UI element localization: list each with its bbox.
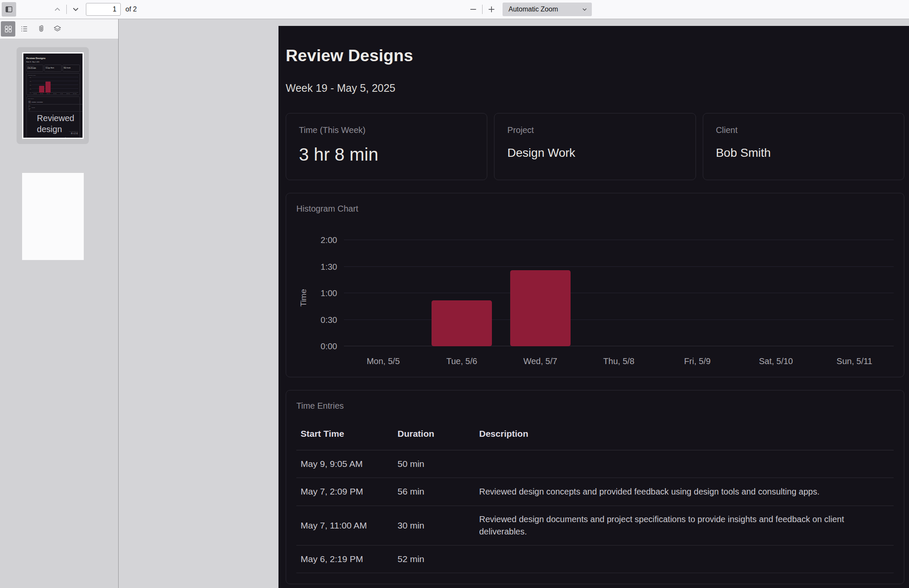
zoom-in-button[interactable] <box>484 2 499 17</box>
x-tick-label: Mon, 5/5 <box>344 356 423 366</box>
page-count-label: of 2 <box>125 6 137 13</box>
chevron-up-icon <box>53 5 62 14</box>
x-tick-label: Thu, 5/8 <box>51 93 58 94</box>
zoom-out-button[interactable] <box>466 2 480 17</box>
minus-icon <box>469 5 477 14</box>
x-tick-label: Sun, 5/11 <box>815 356 894 366</box>
table-body: May 9, 9:05 AM50 minMay 7, 2:09 PM56 min… <box>296 450 894 573</box>
start-time-cell: May 7, 2:09 PM <box>28 112 31 139</box>
rize-logo-text: RIZE <box>69 132 79 135</box>
chart-slot <box>423 240 501 346</box>
attachments-view-button[interactable] <box>34 21 48 37</box>
table-row: May 9, 9:05 AM50 min <box>296 450 894 478</box>
chart-slot <box>32 77 39 93</box>
y-tick-label: 0:00 <box>30 92 31 93</box>
time-entries-table: Start TimeDurationDescription May 9, 9:0… <box>296 427 894 573</box>
histogram-chart: Time 0:000:301:001:302:00 Mon, 5/5Tue, 5… <box>296 240 894 366</box>
table-row: May 7, 2:09 PM56 minReviewed design conc… <box>296 478 894 506</box>
sidebar-icon <box>5 5 13 14</box>
chart-bar <box>39 86 44 93</box>
toolbar-divider <box>66 5 67 14</box>
chart-slot <box>38 77 45 93</box>
y-tick-label: 0:30 <box>321 315 337 325</box>
plus-icon <box>487 5 496 14</box>
zoom-controls: Automatic Zoom <box>466 0 592 19</box>
chart-slot <box>501 240 579 346</box>
project-card: Project Design Work <box>494 113 696 180</box>
previous-page-button[interactable] <box>50 2 65 17</box>
layers-icon <box>53 25 62 33</box>
layers-view-button[interactable] <box>50 21 65 37</box>
y-tick-label: 2:00 <box>30 77 31 78</box>
outline-list-icon <box>20 25 28 33</box>
chart-plot <box>344 240 894 346</box>
mini-card-label: Time (This Week) <box>28 66 43 67</box>
description-cell <box>475 545 894 573</box>
card-value: 3 hr 8 min <box>299 144 474 165</box>
chart-slot <box>737 240 815 346</box>
zoom-select[interactable]: Automatic Zoom <box>503 3 592 16</box>
mini-card-value: 3 hr 8 min <box>28 67 43 69</box>
y-tick-label: 2:00 <box>321 235 337 245</box>
thumbnails-grid-icon <box>4 25 12 33</box>
thumbnails-view-button[interactable] <box>1 21 15 37</box>
x-tick-label: Thu, 5/8 <box>579 356 658 366</box>
outline-view-button[interactable] <box>17 21 31 37</box>
mini-card: Project Design Work <box>44 65 62 72</box>
x-axis-labels: Mon, 5/5Tue, 5/6Wed, 5/7Thu, 5/8Fri, 5/9… <box>344 356 894 366</box>
x-tick-label: Mon, 5/5 <box>32 93 39 94</box>
card-label: Project <box>507 125 682 135</box>
card-label: Time (This Week) <box>299 125 474 135</box>
toolbar-divider <box>482 5 483 14</box>
time-entries-section: Time Entries Start TimeDurationDescripti… <box>286 390 904 584</box>
mini-histogram: Histogram Chart 0:000:301:001:302:00 Mon… <box>26 73 80 95</box>
chart-slot <box>344 240 423 346</box>
next-page-button[interactable] <box>68 2 83 17</box>
pdf-toolbar: of 2 Automatic Zoom <box>0 0 909 19</box>
mini-chart-label: Histogram Chart <box>28 75 78 76</box>
chart-slot <box>65 77 71 93</box>
toggle-sidebar-button[interactable] <box>2 2 16 17</box>
document-title: Review Designs <box>286 46 904 65</box>
x-tick-label: Fri, 5/9 <box>658 356 737 366</box>
mini-cards: Time (This Week) 3 hr 8 min Project Desi… <box>26 65 80 72</box>
bars-layer <box>344 240 894 346</box>
page-number-input[interactable] <box>86 3 121 16</box>
page-navigation: of 2 <box>50 0 137 19</box>
summary-cards: Time (This Week) 3 hr 8 min Project Desi… <box>286 113 904 180</box>
x-tick-label: Wed, 5/7 <box>45 93 52 94</box>
column-header: Duration <box>31 100 37 105</box>
chevron-down-icon <box>71 5 80 14</box>
mini-card-value: Bob Smith <box>64 67 79 69</box>
card-value: Design Work <box>507 146 682 160</box>
description-cell <box>475 450 894 478</box>
duration-cell: 30 min <box>393 506 475 545</box>
y-tick-label: 1:30 <box>30 81 31 82</box>
histogram-section: Histogram Chart Time 0:000:301:001:302:0… <box>286 193 904 377</box>
description-cell: Reviewed design documents and project sp… <box>475 506 894 545</box>
y-tick-label: 1:30 <box>321 262 337 271</box>
x-tick-label: Sun, 5/11 <box>71 93 78 94</box>
thumbnail-page-1-preview: Review Designs Week 19 - May 5, 2025 Tim… <box>22 52 84 139</box>
duration-cell: 50 min <box>393 450 475 478</box>
thumbnail-page-2[interactable] <box>22 173 84 260</box>
sidebar-toolbar <box>0 19 118 39</box>
column-header: Description <box>37 100 84 105</box>
paperclip-icon <box>37 25 45 33</box>
time-this-week-card: Time (This Week) 3 hr 8 min <box>286 113 487 180</box>
chart-slot <box>658 240 737 346</box>
description-cell <box>37 105 84 112</box>
histogram-section-label: Histogram Chart <box>296 204 894 214</box>
mini-card: Time (This Week) 3 hr 8 min <box>26 65 44 72</box>
viewer-area[interactable]: Review Designs Week 19 - May 5, 2025 Tim… <box>119 19 909 588</box>
y-tick-label: 0:00 <box>321 342 337 351</box>
column-header: Duration <box>393 427 475 450</box>
y-tick-label: 1:00 <box>321 288 337 298</box>
mini-card: Client Bob Smith <box>62 65 80 72</box>
x-tick-label: Tue, 5/6 <box>38 93 45 94</box>
chart-slot <box>71 77 78 93</box>
pdf-page: Review Designs Week 19 - May 5, 2025 Tim… <box>278 26 909 588</box>
thumbnail-page-1[interactable]: Review Designs Week 19 - May 5, 2025 Tim… <box>17 47 89 144</box>
duration-cell: 50 min <box>31 105 37 112</box>
chart-slot <box>51 77 58 93</box>
